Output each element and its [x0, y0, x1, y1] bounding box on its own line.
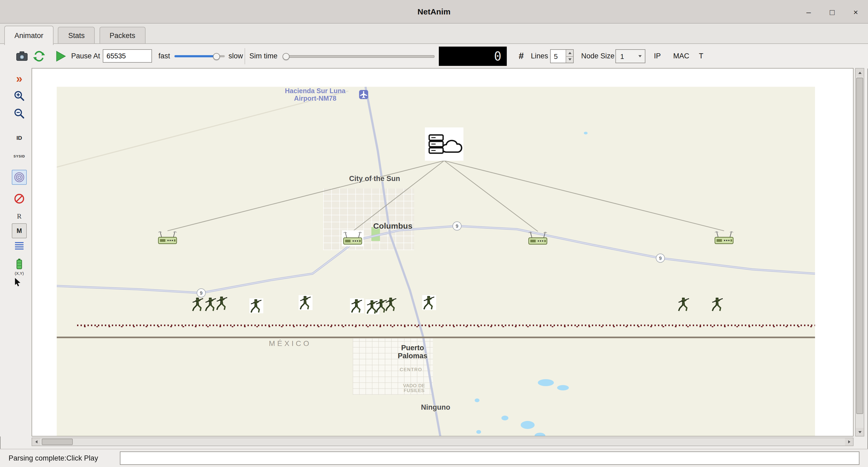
soldier-icon: [384, 297, 398, 312]
soldier-icon: [215, 296, 229, 311]
sim-time-slider-track[interactable]: [283, 55, 435, 58]
speed-slider-handle[interactable]: [213, 53, 220, 60]
ip-mac-table-button[interactable]: [12, 238, 27, 253]
link-line: [167, 160, 444, 231]
link-line: [444, 160, 724, 231]
wifi-router-icon: [713, 230, 735, 246]
zoom-out-icon: [13, 108, 25, 119]
close-button[interactable]: ×: [851, 7, 861, 16]
map-label-vado-de-fusiles: VADO DEFUSILES: [403, 383, 425, 393]
pause-at-label: Pause At: [71, 44, 100, 68]
spin-up-button[interactable]: [566, 50, 573, 57]
sim-time-slider-handle[interactable]: [283, 53, 289, 60]
zoom-out-button[interactable]: [12, 106, 27, 121]
wifi-router-node[interactable]: [342, 230, 363, 246]
wifi-router-node[interactable]: [527, 230, 549, 246]
soldier-node[interactable]: [384, 297, 398, 312]
soldier-node[interactable]: [711, 297, 724, 312]
animation-canvas[interactable]: Hacienda Sur LunaAirport-NM78City of the…: [32, 68, 854, 436]
soldier-icon: [249, 298, 263, 313]
server-node[interactable]: [425, 127, 463, 160]
soldier-node[interactable]: [215, 296, 229, 311]
map-label-centro: CENTRO: [400, 368, 422, 373]
left-toolbar: » ID SYSID: [0, 68, 31, 436]
battery-icon: [16, 259, 23, 269]
screenshot-button[interactable]: [15, 49, 29, 63]
tab-stats[interactable]: Stats: [58, 27, 95, 43]
camera-icon: [16, 51, 28, 61]
horizontal-scrollbar[interactable]: [32, 438, 854, 446]
scroll-down-button[interactable]: [856, 428, 864, 436]
spiral-icon: [13, 171, 25, 183]
status-message: Parsing complete:Click Play: [8, 449, 98, 467]
soldier-node[interactable]: [677, 297, 691, 312]
soldier-icon: [711, 297, 724, 312]
reload-icon: [33, 50, 45, 63]
scroll-up-icon: [858, 71, 861, 74]
map-label-puerto-palomas: PuertoPalomas: [398, 344, 427, 360]
window-controls: – □ ×: [804, 0, 861, 24]
play-button[interactable]: [54, 49, 67, 63]
show-system-id-button[interactable]: SYSID: [12, 148, 27, 163]
maximize-button[interactable]: □: [827, 7, 837, 16]
wired-links: [167, 160, 724, 231]
minimize-button[interactable]: –: [804, 7, 813, 16]
wireless-circles-button[interactable]: [12, 170, 27, 185]
show-ip-button[interactable]: IP: [654, 44, 661, 68]
soldier-node[interactable]: [422, 295, 436, 310]
combo-arrow-icon: [635, 55, 645, 57]
map-label-mexico: MÉXICO: [269, 340, 311, 348]
zoom-in-button[interactable]: [12, 88, 27, 104]
spin-down-icon: [568, 59, 571, 61]
soldier-node[interactable]: [299, 295, 312, 310]
road-badge: 9: [656, 254, 665, 263]
map[interactable]: Hacienda Sur LunaAirport-NM78City of the…: [57, 87, 815, 436]
wifi-router-icon: [527, 230, 549, 246]
xy-tracker-button[interactable]: (X,Y): [10, 271, 29, 276]
show-node-id-button[interactable]: ID: [12, 130, 27, 145]
wifi-router-icon: [342, 230, 363, 246]
fast-label: fast: [158, 44, 170, 68]
grid-toggle-button[interactable]: #: [515, 48, 528, 64]
node-size-label: Node Size: [581, 44, 615, 68]
battery-capacity-button[interactable]: [12, 257, 27, 271]
reload-button[interactable]: [32, 49, 46, 63]
vertical-scrollbar[interactable]: [855, 68, 864, 436]
show-mac-button[interactable]: MAC: [673, 44, 689, 68]
status-progress-field[interactable]: [120, 451, 860, 465]
soldier-node[interactable]: [350, 298, 364, 313]
packet-arrows-button[interactable]: »: [12, 71, 27, 86]
cursor-arrow-icon: [14, 278, 21, 289]
horizontal-scrollbar-thumb[interactable]: [42, 439, 73, 445]
battery-disable-button[interactable]: [12, 191, 27, 206]
scroll-down-icon: [858, 431, 861, 433]
node-size-combo[interactable]: 1: [615, 49, 645, 63]
soldier-node[interactable]: [249, 298, 263, 313]
show-trajectory-button[interactable]: T: [699, 44, 704, 68]
table-lines-icon: [14, 242, 24, 250]
map-label-city-of-the-sun: City of the Sun: [349, 175, 400, 183]
wifi-router-node[interactable]: [157, 230, 178, 246]
netanim-window: NetAnim – □ × Animator Stats Packets: [0, 0, 868, 467]
show-meta-button[interactable]: M: [12, 223, 27, 238]
vertical-scrollbar-thumb[interactable]: [856, 78, 863, 414]
road-badge: 9: [453, 222, 462, 231]
node-id-icon: ID: [17, 135, 22, 141]
spin-up-icon: [568, 52, 571, 54]
scroll-left-button[interactable]: [32, 438, 40, 445]
spin-down-button[interactable]: [566, 57, 573, 63]
map-label-ninguno: Ninguno: [421, 404, 450, 412]
scroll-right-button[interactable]: [845, 438, 853, 445]
tab-animator[interactable]: Animator: [4, 26, 54, 45]
tab-packets[interactable]: Packets: [99, 27, 145, 43]
scroll-right-icon: [848, 440, 850, 443]
prohibition-icon: [13, 193, 25, 205]
toolbar-separator: [245, 48, 245, 64]
soldier-node[interactable]: [191, 297, 205, 312]
lines-spinbox[interactable]: 5: [550, 49, 574, 63]
show-routing-button[interactable]: R: [12, 209, 27, 224]
wifi-router-node[interactable]: [713, 230, 735, 246]
pause-at-input[interactable]: [103, 49, 152, 63]
titlebar[interactable]: NetAnim – □ ×: [0, 0, 868, 24]
scroll-up-button[interactable]: [856, 68, 864, 77]
